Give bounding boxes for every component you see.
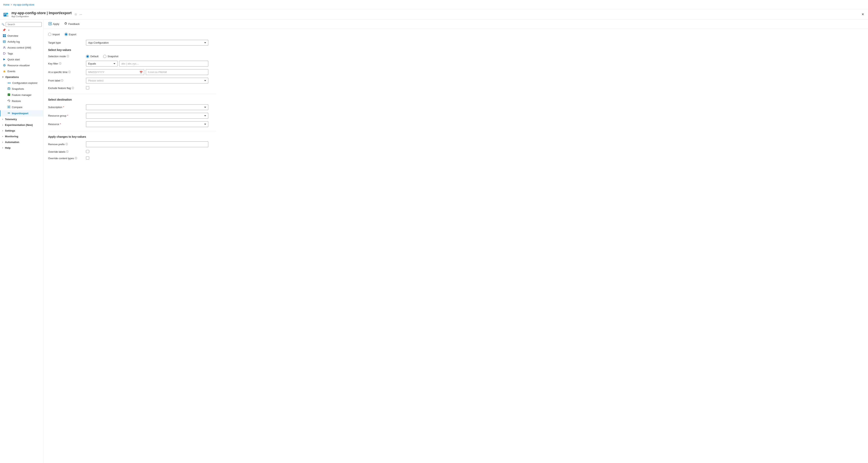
feedback-label: Feedback	[68, 23, 80, 26]
resource-group-select[interactable]	[86, 113, 208, 119]
sidebar-section-automation[interactable]: › Automation	[0, 139, 43, 145]
activity-log-icon	[3, 40, 6, 43]
subscription-select[interactable]	[86, 104, 208, 110]
sidebar-item-label-feature-manager: Feature manager	[12, 93, 32, 96]
sidebar-item-restore[interactable]: Restore	[0, 98, 43, 104]
more-options-button[interactable]: ···	[79, 12, 83, 17]
exclude-feature-flag-info-icon[interactable]: ⓘ	[72, 86, 74, 90]
sidebar-section-help[interactable]: › Help	[0, 145, 43, 151]
key-filter-operator-select[interactable]: Equals Starts with Contains	[86, 61, 118, 66]
header-icon-group: ☆ ···	[73, 12, 83, 17]
default-mode-radio[interactable]	[86, 55, 89, 58]
resource-group-select-wrapper	[86, 113, 208, 119]
sidebar-section-operations[interactable]: ▾ Operations	[0, 74, 43, 80]
sidebar-section-experimentation[interactable]: › Experimentation (New)	[0, 122, 43, 128]
override-labels-row: Override labels ⓘ	[48, 150, 216, 154]
sidebar-section-label-telemetry: Telemetry	[5, 118, 17, 121]
export-radio-option[interactable]: Export	[64, 33, 76, 36]
sidebar-search-container: 🔍	[0, 21, 43, 28]
page-header: my-app-config-store | Import/export App …	[0, 9, 868, 19]
selection-mode-info-icon[interactable]: ⓘ	[67, 55, 69, 58]
from-label-info-icon[interactable]: ⓘ	[61, 79, 63, 82]
collapse-button[interactable]: «	[7, 28, 10, 32]
import-label: Import	[53, 33, 60, 36]
sidebar-item-import-export[interactable]: Import/export	[0, 110, 43, 116]
target-type-label: Target type	[48, 41, 84, 44]
overview-icon	[3, 34, 6, 37]
from-label-select[interactable]: Please select	[86, 78, 208, 84]
pin-button[interactable]: 📌	[2, 28, 6, 32]
selection-mode-radio-group: Default Snapshot	[86, 55, 208, 58]
subscription-required-star: *	[63, 106, 64, 109]
time-input[interactable]	[146, 69, 208, 75]
sidebar-item-label-config-explorer: Configuration explorer	[12, 82, 37, 85]
remove-prefix-label: Remove prefix ⓘ	[48, 143, 84, 146]
svg-point-4	[6, 13, 8, 14]
import-radio[interactable]	[48, 33, 51, 36]
sidebar-item-activity-log[interactable]: Activity log	[0, 39, 43, 44]
default-mode-option[interactable]: Default	[86, 55, 98, 58]
top-bar: Home > my-app-config-store	[0, 0, 868, 9]
sidebar-item-label-access: Access control (IAM)	[7, 46, 31, 49]
svg-marker-17	[3, 58, 5, 60]
override-labels-info-icon[interactable]: ⓘ	[66, 150, 68, 153]
resource-group-label: Resource group *	[48, 114, 84, 117]
sidebar-item-events[interactable]: Events	[0, 68, 43, 74]
snapshot-mode-radio[interactable]	[103, 55, 106, 58]
specific-time-info-icon[interactable]: ⓘ	[68, 70, 71, 74]
search-input[interactable]	[6, 22, 42, 27]
exclude-feature-flag-row: Exclude feature flag ⓘ	[48, 86, 216, 90]
sidebar-section-settings[interactable]: › Settings	[0, 128, 43, 133]
sidebar-item-config-explorer[interactable]: ≡≡ Configuration explorer	[0, 80, 43, 86]
resource-select[interactable]	[86, 121, 208, 127]
apply-button[interactable]: Apply	[46, 21, 61, 27]
selection-mode-row: Selection mode ⓘ Default Snapshot	[48, 55, 216, 58]
sidebar-item-snapshots[interactable]: Snapshots	[0, 86, 43, 92]
target-type-control: App Configuration Azure App Service Kube…	[86, 40, 208, 45]
exclude-feature-flag-checkbox[interactable]	[86, 86, 89, 89]
target-type-select[interactable]: App Configuration Azure App Service Kube…	[86, 40, 208, 45]
export-radio[interactable]	[64, 33, 68, 36]
svg-marker-21	[3, 70, 6, 72]
favorite-button[interactable]: ☆	[73, 12, 78, 17]
sidebar-item-resource-visualizer[interactable]: Resource visualizer	[0, 62, 43, 68]
sidebar-item-access-control[interactable]: Access control (IAM)	[0, 44, 43, 51]
from-label-control: Please select	[86, 78, 208, 84]
sidebar-item-quick-start[interactable]: Quick start	[0, 56, 43, 62]
sidebar-item-overview[interactable]: Overview	[0, 33, 43, 39]
exclude-feature-flag-control	[86, 86, 208, 90]
override-content-types-info-icon[interactable]: ⓘ	[75, 157, 77, 160]
breadcrumb-current[interactable]: my-app-config-store	[13, 3, 34, 6]
key-filter-info-icon[interactable]: ⓘ	[59, 62, 61, 65]
sidebar-item-label-resource-visualizer: Resource visualizer	[7, 64, 30, 67]
page-title: my-app-config-store | Import/export	[11, 11, 72, 15]
date-time-inputs: 📅	[86, 69, 208, 75]
svg-rect-25	[7, 106, 9, 108]
resource-required-star: *	[60, 123, 61, 126]
close-button[interactable]: ✕	[861, 12, 865, 17]
remove-prefix-info-icon[interactable]: ⓘ	[65, 143, 68, 146]
sidebar-section-monitoring[interactable]: › Monitoring	[0, 133, 43, 139]
override-labels-checkbox[interactable]	[86, 150, 89, 153]
specific-time-control: 📅	[86, 69, 208, 75]
main-content: Apply Feedback Import Export	[43, 19, 868, 463]
page-title-block: my-app-config-store | Import/export App …	[11, 11, 72, 18]
sidebar-item-tags[interactable]: Tags	[0, 51, 43, 56]
sidebar-nav: Overview Activity log Access control (IA…	[0, 33, 43, 151]
feedback-button[interactable]: Feedback	[62, 21, 82, 27]
override-content-types-checkbox[interactable]	[86, 156, 89, 160]
svg-marker-15	[3, 53, 5, 55]
key-filter-value-input[interactable]	[119, 61, 208, 66]
remove-prefix-input[interactable]	[86, 142, 208, 147]
svg-rect-3	[4, 15, 5, 15]
breadcrumb-home[interactable]: Home	[3, 3, 9, 6]
sidebar-section-telemetry[interactable]: › Telemetry	[0, 116, 43, 122]
apply-icon	[49, 22, 52, 26]
date-input[interactable]	[86, 69, 144, 75]
sidebar-actions: 📌 «	[0, 28, 43, 33]
snapshot-mode-option[interactable]: Snapshot	[103, 55, 118, 58]
import-radio-option[interactable]: Import	[48, 33, 60, 36]
sidebar-item-feature-manager[interactable]: Feature manager	[0, 92, 43, 98]
svg-rect-6	[3, 34, 4, 35]
sidebar-item-compare[interactable]: Compare	[0, 104, 43, 110]
